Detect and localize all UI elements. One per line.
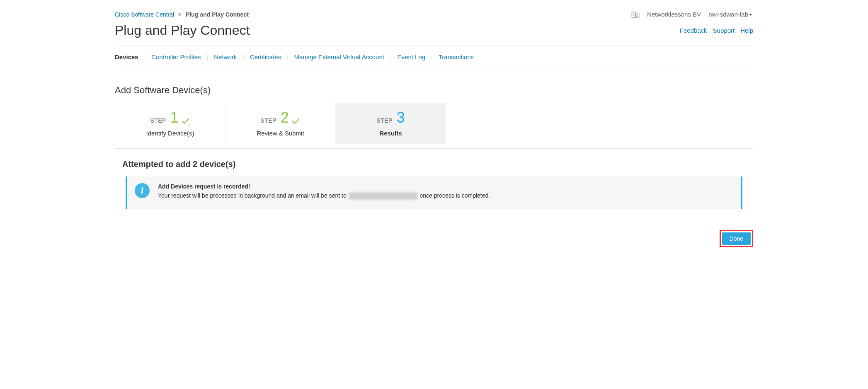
step-caption: Results — [336, 130, 446, 137]
building-icon — [631, 11, 640, 18]
info-text: Add Devices request is recorded! Your re… — [158, 183, 490, 200]
info-body-post: once process is completed. — [418, 192, 490, 199]
account-lab-label: nwl-sdwan-lab — [708, 11, 748, 18]
feedback-link[interactable]: Feedback — [680, 27, 707, 34]
page-title: Plug and Play Connect — [115, 23, 250, 38]
section-title: Add Software Device(s) — [115, 85, 753, 96]
info-icon: i — [135, 183, 150, 198]
step-caption: Identify Device(s) — [115, 130, 225, 137]
help-links: Feedback Support Help — [680, 27, 753, 34]
step-caption: Review & Submit — [225, 130, 335, 137]
support-link[interactable]: Support — [713, 27, 735, 34]
step-1: STEP 1 Identify Device(s) — [115, 103, 225, 144]
tabs: Devices | Controller Profiles | Network … — [115, 46, 753, 68]
tab-devices[interactable]: Devices — [115, 53, 138, 60]
tab-sep: | — [201, 54, 214, 60]
account-org-label: Networklessons BV — [647, 11, 701, 18]
check-icon — [180, 117, 190, 124]
highlight-box: Done — [720, 230, 753, 247]
breadcrumb: Cisco Software Central > Plug and Play C… — [115, 11, 249, 18]
done-button[interactable]: Done — [722, 232, 751, 245]
help-link[interactable]: Help — [740, 27, 753, 34]
tab-mgmt-virtual-account[interactable]: Manage External Virtual Account — [294, 53, 384, 60]
chevron-down-icon — [748, 11, 753, 18]
divider — [115, 148, 753, 149]
tab-controller-profiles[interactable]: Controller Profiles — [151, 53, 201, 60]
account-area: Networklessons BV nwl-sdwan-lab — [631, 11, 753, 18]
tab-transactions[interactable]: Transactions — [439, 53, 474, 60]
info-headline: Add Devices request is recorded! — [158, 183, 490, 190]
tab-network[interactable]: Network — [214, 53, 237, 60]
check-icon — [291, 117, 301, 124]
tab-event-log[interactable]: Event Log — [398, 53, 426, 60]
tab-sep: | — [138, 54, 152, 60]
divider — [115, 223, 753, 223]
stepper: STEP 1 Identify Device(s) STEP 2 Review … — [115, 103, 753, 144]
breadcrumb-sep: > — [176, 11, 184, 18]
account-lab-dropdown[interactable]: nwl-sdwan-lab — [708, 11, 753, 18]
info-body: Your request will be processed in backgr… — [158, 192, 490, 200]
step-2: STEP 2 Review & Submit — [225, 103, 336, 144]
tab-sep: | — [425, 54, 439, 60]
breadcrumb-current: Plug and Play Connect — [186, 11, 249, 18]
step-number: 3 — [394, 109, 405, 126]
step-label: STEP — [376, 117, 393, 124]
step-label: STEP — [260, 117, 276, 124]
breadcrumb-root-link[interactable]: Cisco Software Central — [115, 11, 174, 18]
tab-sep: | — [281, 54, 294, 60]
step-label: STEP — [150, 117, 166, 124]
step-number: 2 — [278, 109, 289, 126]
divider — [115, 68, 753, 68]
info-banner: i Add Devices request is recorded! Your … — [126, 176, 742, 209]
result-title: Attempted to add 2 device(s) — [122, 159, 753, 169]
step-3-current: STEP 3 Results — [336, 103, 446, 144]
redacted-email — [349, 192, 417, 200]
tab-sep: | — [237, 54, 250, 60]
tab-certificates[interactable]: Certificates — [250, 53, 281, 60]
button-row: Done — [115, 230, 753, 247]
tab-sep: | — [384, 54, 398, 60]
step-number: 1 — [168, 109, 179, 126]
info-body-pre: Your request will be processed in backgr… — [158, 192, 348, 199]
